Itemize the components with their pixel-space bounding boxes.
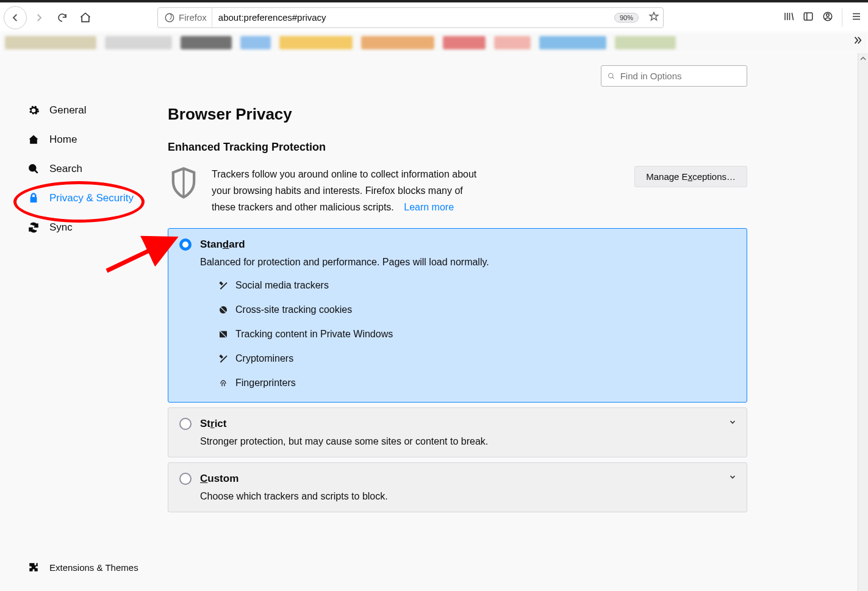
option-title: Custom [200, 473, 239, 485]
sidebar-item-search[interactable]: Search [0, 154, 168, 184]
options-search[interactable] [601, 65, 747, 87]
option-subtitle: Stronger protection, but may cause some … [200, 436, 736, 447]
vertical-scrollbar[interactable] [858, 53, 868, 591]
sidebar-item-sync[interactable]: Sync [0, 213, 168, 242]
firefox-icon [164, 12, 175, 23]
sidebar-item-label: Extensions & Themes [49, 562, 138, 573]
account-icon[interactable] [822, 11, 833, 24]
radio-strict[interactable] [179, 418, 192, 430]
gear-icon [27, 104, 40, 116]
app-menu-icon[interactable] [851, 11, 862, 24]
feature-item: Cross-site tracking cookies [218, 304, 736, 315]
learn-more-link[interactable]: Learn more [404, 202, 454, 212]
sidebar-item-label: General [49, 104, 86, 116]
protection-option-strict[interactable]: Strict Stronger protection, but may caus… [168, 407, 747, 457]
sidebar-item-extensions[interactable]: Extensions & Themes [0, 556, 168, 579]
radio-standard[interactable] [179, 238, 192, 251]
browser-toolbar: Firefox about:preferences#privacy 90% [0, 0, 868, 32]
search-icon [27, 163, 40, 175]
svg-point-0 [165, 13, 174, 22]
forward-button [28, 7, 50, 29]
url-text: about:preferences#privacy [218, 12, 608, 23]
scroll-up-icon[interactable] [858, 53, 868, 63]
options-search-input[interactable] [620, 71, 741, 81]
svg-point-5 [609, 73, 613, 77]
puzzle-icon [27, 562, 40, 573]
shield-icon [168, 166, 199, 204]
window-icon [218, 329, 228, 339]
home-icon [27, 134, 40, 146]
tracker-icon [218, 281, 228, 290]
protection-option-custom[interactable]: Custom Choose which trackers and scripts… [168, 462, 747, 512]
bookmark-star-icon[interactable] [648, 11, 659, 24]
home-button[interactable] [74, 7, 96, 29]
fingerprint-icon [218, 378, 228, 388]
standard-feature-list: Social media trackers Cross-site trackin… [218, 280, 736, 389]
feature-item: Cryptominers [218, 353, 736, 364]
chevron-down-icon[interactable] [728, 473, 737, 483]
toolbar-right [783, 9, 864, 27]
sidebar-toggle-icon[interactable] [803, 11, 814, 24]
preferences-content: General Home Search Privacy & Security S… [0, 53, 868, 591]
cookie-icon [218, 305, 228, 315]
feature-item: Tracking content in Private Windows [218, 329, 736, 340]
option-title: Strict [200, 418, 226, 430]
cryptominer-icon [218, 354, 228, 364]
feature-item: Social media trackers [218, 280, 736, 291]
sidebar-item-label: Search [49, 163, 82, 175]
identity-label: Firefox [179, 12, 207, 23]
etp-description: Trackers follow you around online to col… [212, 166, 486, 216]
separator [842, 9, 842, 27]
bookmarks-overflow-icon[interactable] [852, 35, 863, 48]
search-icon [608, 72, 615, 81]
sidebar-item-label: Home [49, 134, 77, 146]
svg-point-4 [29, 165, 35, 171]
sidebar-item-general[interactable]: General [0, 96, 168, 125]
lock-icon [27, 192, 40, 204]
preferences-sidebar: General Home Search Privacy & Security S… [0, 53, 168, 591]
section-heading: Enhanced Tracking Protection [168, 141, 747, 154]
option-subtitle: Choose which trackers and scripts to blo… [200, 491, 736, 502]
zoom-badge[interactable]: 90% [614, 13, 639, 23]
svg-point-3 [827, 14, 830, 17]
sidebar-item-privacy[interactable]: Privacy & Security [0, 184, 168, 213]
sidebar-item-label: Sync [49, 221, 73, 234]
chevron-down-icon[interactable] [728, 418, 737, 428]
radio-custom[interactable] [179, 473, 192, 485]
site-identity[interactable]: Firefox [162, 8, 212, 27]
protection-option-standard[interactable]: Standard Balanced for protection and per… [168, 228, 747, 403]
reload-button[interactable] [51, 7, 73, 29]
address-bar[interactable]: Firefox about:preferences#privacy 90% [157, 7, 664, 28]
sidebar-item-home[interactable]: Home [0, 125, 168, 154]
page-title: Browser Privacy [168, 105, 747, 124]
bookmarks-toolbar [0, 32, 868, 53]
sync-icon [27, 221, 40, 234]
svg-rect-1 [804, 13, 812, 20]
back-button[interactable] [4, 6, 27, 29]
preferences-main: Browser Privacy Enhanced Tracking Protec… [168, 53, 778, 591]
option-title: Standard [200, 238, 245, 251]
option-subtitle: Balanced for protection and performance.… [200, 257, 736, 268]
manage-exceptions-button[interactable]: Manage Exceptions… [634, 166, 747, 187]
sidebar-item-label: Privacy & Security [49, 192, 134, 204]
feature-item: Fingerprinters [218, 378, 736, 389]
library-icon[interactable] [783, 11, 794, 24]
